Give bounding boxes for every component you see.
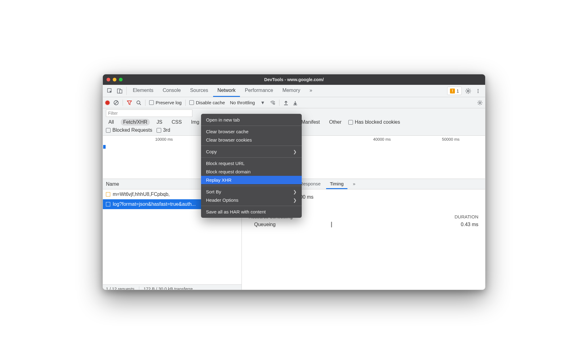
svg-line-8 [115,101,118,104]
timeline-tick: 10000 ms [155,137,173,142]
svg-point-5 [477,90,478,91]
maximize-window-button[interactable] [119,78,123,81]
window-title: DevTools - www.google.com/ [103,77,485,82]
request-name: m=Wt6vjf,hhhU8,FCpbqb, [113,192,170,197]
tab-memory[interactable]: Memory [278,85,304,97]
svg-point-14 [479,102,481,103]
blocked-requests-checkbox[interactable]: Blocked Requests [106,127,152,133]
ctx-block-domain[interactable]: Block request domain [201,168,302,176]
filter-type-css[interactable]: CSS [169,119,184,126]
download-har-icon[interactable] [292,100,298,105]
filter-type-fetch-xhr[interactable]: Fetch/XHR [121,119,150,126]
ctx-header-options[interactable]: Header Options❯ [201,196,302,204]
dtab-overflow[interactable]: » [349,179,359,189]
duration-header: DURATION [455,214,478,219]
chevron-right-icon: ❯ [293,189,297,194]
device-toolbar-icon[interactable] [115,85,124,97]
filter-type-all[interactable]: All [106,119,116,126]
settings-icon[interactable] [464,85,473,97]
network-toolbar: Preserve log Disable cache No throttling… [103,97,485,108]
svg-line-10 [140,104,141,105]
has-blocked-cookies-checkbox[interactable]: Has blocked cookies [348,119,400,125]
ctx-clear-cache[interactable]: Clear browser cache [201,127,302,136]
third-party-checkbox[interactable]: 3rd [157,127,170,133]
tab-performance[interactable]: Performance [241,85,278,97]
ctx-open-new-tab[interactable]: Open in new tab [201,116,302,124]
filter-type-js[interactable]: JS [154,119,165,126]
upload-har-icon[interactable] [283,100,289,105]
issues-count: 1 [456,89,459,93]
svg-point-4 [477,89,478,90]
tab-network[interactable]: Network [213,85,240,97]
filter-type-manifest[interactable]: Manifest [299,119,322,126]
inspect-element-icon[interactable] [105,85,115,97]
filter-input[interactable]: Filter [106,110,192,117]
request-name: log?format=json&hasfast=true&auth... [113,201,196,207]
queueing-label: Queueing [254,222,275,227]
queueing-bar [331,222,332,227]
dtab-timing[interactable]: Timing [326,179,347,189]
filter-type-img[interactable]: Img [189,119,202,126]
filter-icon[interactable] [127,100,132,105]
tab-console[interactable]: Console [158,85,185,97]
svg-point-6 [477,92,478,93]
titlebar: DevTools - www.google.com/ [103,74,485,85]
ctx-sort-by[interactable]: Sort By❯ [201,188,302,196]
svg-point-9 [137,101,140,104]
search-icon[interactable] [136,100,141,105]
context-menu: Open in new tab Clear browser cache Clea… [201,114,302,218]
chevron-right-icon: ❯ [293,198,297,203]
minimize-window-button[interactable] [113,78,116,81]
svg-point-11 [273,103,275,105]
throttling-select[interactable]: No throttling▼ [229,100,266,105]
timeline-tick: 40000 ms [373,137,391,142]
ctx-clear-cookies[interactable]: Clear browser cookies [201,136,302,144]
close-window-button[interactable] [107,78,110,81]
preserve-log-checkbox[interactable]: Preserve log [149,100,182,105]
devtools-window: DevTools - www.google.com/ Elements Cons… [103,74,485,290]
network-settings-icon[interactable] [477,100,483,105]
status-requests-count: 1 / 12 requests [106,287,135,290]
more-menu-icon[interactable] [473,85,483,97]
chevron-right-icon: ❯ [293,149,297,154]
issues-badge[interactable]: ! 1 [447,87,462,95]
status-bar: 1 / 12 requests 172 B / 30.0 kB transfer… [103,284,242,290]
main-tabbar: Elements Console Sources Network Perform… [103,85,485,97]
xhr-icon [106,202,110,206]
status-transferred: 172 B / 30.0 kB transferre [144,287,193,290]
ctx-block-url[interactable]: Block request URL [201,159,302,168]
warning-icon: ! [450,89,455,93]
record-button[interactable] [105,101,110,105]
tabs-overflow[interactable]: » [305,85,317,97]
network-conditions-icon[interactable] [270,100,275,105]
ctx-replay-xhr[interactable]: Replay XHR [201,176,302,184]
timeline-tick: 50000 ms [442,137,460,142]
svg-rect-2 [120,90,122,93]
tab-sources[interactable]: Sources [186,85,212,97]
ctx-save-har[interactable]: Save all as HAR with content [201,208,302,216]
filter-type-other[interactable]: Other [327,119,344,126]
timeline-marker [103,145,106,149]
traffic-lights [107,78,123,81]
xhr-icon [106,192,110,196]
ctx-copy[interactable]: Copy❯ [201,147,302,156]
disable-cache-checkbox[interactable]: Disable cache [189,100,225,105]
clear-icon[interactable] [113,100,119,105]
tab-elements[interactable]: Elements [128,85,158,97]
queueing-value: 0.43 ms [461,222,478,227]
svg-point-3 [467,90,469,92]
